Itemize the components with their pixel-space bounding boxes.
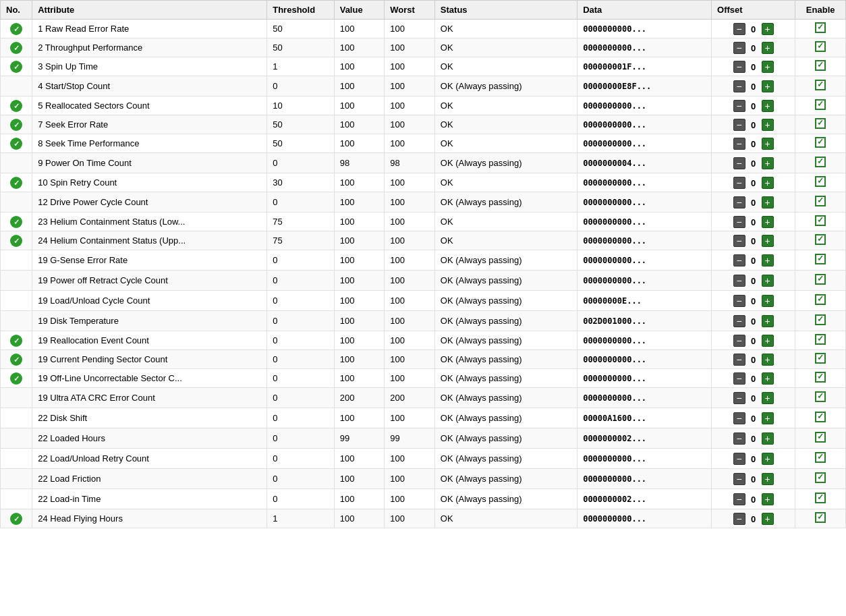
increment-offset-button[interactable]: + bbox=[762, 157, 774, 169]
cell-attribute: 8 Seek Time Performance bbox=[32, 134, 267, 153]
enable-checkbox[interactable] bbox=[815, 472, 826, 483]
enable-checkbox[interactable] bbox=[815, 234, 826, 245]
enable-checkbox[interactable] bbox=[815, 432, 826, 443]
decrement-offset-button[interactable]: − bbox=[733, 275, 745, 287]
decrement-offset-button[interactable]: − bbox=[733, 335, 745, 347]
increment-offset-button[interactable]: + bbox=[762, 392, 774, 404]
decrement-offset-button[interactable]: − bbox=[733, 473, 745, 485]
cell-no bbox=[1, 469, 32, 489]
enable-checkbox[interactable] bbox=[815, 176, 826, 187]
enable-checkbox[interactable] bbox=[815, 372, 826, 383]
enable-checkbox[interactable] bbox=[815, 41, 826, 52]
decrement-offset-button[interactable]: − bbox=[733, 295, 745, 307]
header-data: Data bbox=[577, 1, 712, 20]
decrement-offset-button[interactable]: − bbox=[733, 80, 745, 92]
decrement-offset-button[interactable]: − bbox=[733, 235, 745, 247]
enable-checkbox[interactable] bbox=[815, 80, 826, 90]
enable-checkbox[interactable] bbox=[815, 493, 826, 503]
increment-offset-button[interactable]: + bbox=[762, 61, 774, 73]
enable-checkbox[interactable] bbox=[815, 196, 826, 206]
decrement-offset-button[interactable]: − bbox=[733, 42, 745, 54]
increment-offset-button[interactable]: + bbox=[762, 493, 774, 505]
decrement-offset-button[interactable]: − bbox=[733, 493, 745, 505]
enable-checkbox[interactable] bbox=[815, 22, 826, 33]
decrement-offset-button[interactable]: − bbox=[733, 354, 745, 366]
cell-enable bbox=[795, 153, 846, 173]
enable-checkbox[interactable] bbox=[815, 99, 826, 110]
decrement-offset-button[interactable]: − bbox=[733, 100, 745, 112]
cell-offset: −0+ bbox=[712, 291, 795, 311]
decrement-offset-button[interactable]: − bbox=[733, 23, 745, 35]
cell-value: 100 bbox=[334, 192, 385, 213]
decrement-offset-button[interactable]: − bbox=[733, 119, 745, 131]
decrement-offset-button[interactable]: − bbox=[733, 157, 745, 169]
increment-offset-button[interactable]: + bbox=[762, 412, 774, 424]
increment-offset-button[interactable]: + bbox=[762, 335, 774, 347]
enable-checkbox[interactable] bbox=[815, 157, 826, 167]
increment-offset-button[interactable]: + bbox=[762, 254, 774, 267]
decrement-offset-button[interactable]: − bbox=[733, 196, 745, 208]
cell-enable bbox=[795, 173, 846, 192]
decrement-offset-button[interactable]: − bbox=[733, 254, 745, 267]
decrement-offset-button[interactable]: − bbox=[733, 432, 745, 445]
increment-offset-button[interactable]: + bbox=[762, 372, 774, 385]
enable-checkbox[interactable] bbox=[815, 254, 826, 264]
enable-checkbox[interactable] bbox=[815, 60, 826, 71]
cell-enable bbox=[795, 449, 846, 469]
offset-value: 0 bbox=[747, 296, 760, 306]
enable-checkbox[interactable] bbox=[815, 137, 826, 148]
increment-offset-button[interactable]: + bbox=[762, 196, 774, 208]
increment-offset-button[interactable]: + bbox=[762, 295, 774, 307]
cell-threshold: 0 bbox=[267, 76, 334, 96]
increment-offset-button[interactable]: + bbox=[762, 216, 774, 228]
decrement-offset-button[interactable]: − bbox=[733, 513, 745, 525]
cell-worst: 100 bbox=[385, 38, 435, 57]
increment-offset-button[interactable]: + bbox=[762, 473, 774, 485]
increment-offset-button[interactable]: + bbox=[762, 42, 774, 54]
decrement-offset-button[interactable]: − bbox=[733, 453, 745, 465]
decrement-offset-button[interactable]: − bbox=[733, 392, 745, 404]
check-icon: ✓ bbox=[10, 138, 22, 150]
increment-offset-button[interactable]: + bbox=[762, 275, 774, 287]
increment-offset-button[interactable]: + bbox=[762, 23, 774, 35]
decrement-offset-button[interactable]: − bbox=[733, 412, 745, 424]
increment-offset-button[interactable]: + bbox=[762, 80, 774, 92]
cell-no: ✓ bbox=[1, 350, 32, 369]
enable-checkbox[interactable] bbox=[815, 334, 826, 345]
enable-checkbox[interactable] bbox=[815, 215, 826, 226]
increment-offset-button[interactable]: + bbox=[762, 432, 774, 445]
cell-offset: −0+ bbox=[712, 76, 795, 96]
decrement-offset-button[interactable]: − bbox=[733, 216, 745, 228]
cell-attribute: 5 Reallocated Sectors Count bbox=[32, 96, 267, 115]
enable-checkbox[interactable] bbox=[815, 452, 826, 463]
cell-enable bbox=[795, 213, 846, 231]
increment-offset-button[interactable]: + bbox=[762, 354, 774, 366]
decrement-offset-button[interactable]: − bbox=[733, 61, 745, 73]
increment-offset-button[interactable]: + bbox=[762, 177, 774, 189]
increment-offset-button[interactable]: + bbox=[762, 100, 774, 112]
check-icon: ✓ bbox=[10, 42, 22, 54]
cell-no bbox=[1, 489, 32, 509]
decrement-offset-button[interactable]: − bbox=[733, 315, 745, 327]
increment-offset-button[interactable]: + bbox=[762, 138, 774, 150]
enable-checkbox[interactable] bbox=[815, 353, 826, 364]
increment-offset-button[interactable]: + bbox=[762, 453, 774, 465]
enable-checkbox[interactable] bbox=[815, 274, 826, 285]
check-icon: ✓ bbox=[10, 23, 22, 35]
decrement-offset-button[interactable]: − bbox=[733, 372, 745, 385]
enable-checkbox[interactable] bbox=[815, 512, 826, 523]
increment-offset-button[interactable]: + bbox=[762, 235, 774, 247]
cell-worst: 100 bbox=[385, 213, 435, 231]
cell-value: 100 bbox=[334, 350, 385, 369]
table-row: ✓7 Seek Error Rate50100100OK0000000000..… bbox=[1, 115, 846, 134]
increment-offset-button[interactable]: + bbox=[762, 119, 774, 131]
enable-checkbox[interactable] bbox=[815, 118, 826, 129]
enable-checkbox[interactable] bbox=[815, 314, 826, 325]
decrement-offset-button[interactable]: − bbox=[733, 138, 745, 150]
enable-checkbox[interactable] bbox=[815, 412, 826, 422]
enable-checkbox[interactable] bbox=[815, 391, 826, 402]
enable-checkbox[interactable] bbox=[815, 294, 826, 305]
increment-offset-button[interactable]: + bbox=[762, 315, 774, 327]
decrement-offset-button[interactable]: − bbox=[733, 177, 745, 189]
increment-offset-button[interactable]: + bbox=[762, 513, 774, 525]
